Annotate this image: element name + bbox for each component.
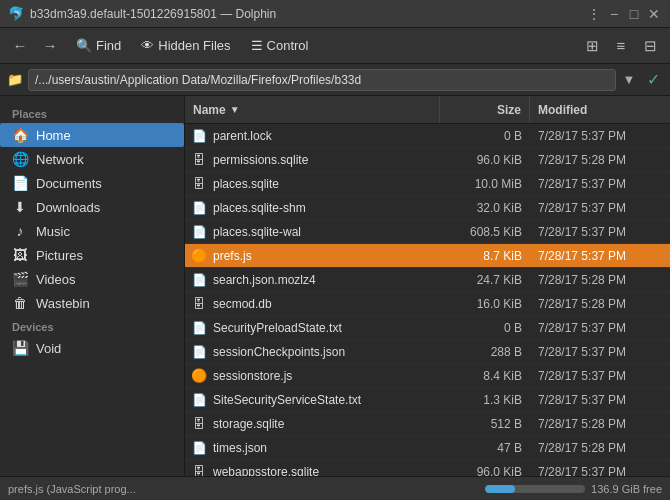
file-name: webappsstore.sqlite bbox=[213, 465, 319, 477]
storage-text: 136.9 GiB free bbox=[591, 483, 662, 495]
table-row[interactable]: 🟠 prefs.js 8.7 KiB 7/28/17 5:37 PM bbox=[185, 244, 670, 268]
table-row[interactable]: 🗄 webappsstore.sqlite 96.0 KiB 7/28/17 5… bbox=[185, 460, 670, 476]
view-details-button[interactable]: ⊟ bbox=[636, 32, 664, 60]
file-size: 512 B bbox=[440, 417, 530, 431]
file-type-icon: 🗄 bbox=[191, 464, 207, 477]
home-icon: 🏠 bbox=[12, 127, 28, 143]
folder-icon: 📁 bbox=[6, 71, 24, 89]
file-modified: 7/28/17 5:28 PM bbox=[530, 417, 670, 431]
modified-column-header[interactable]: Modified bbox=[530, 96, 670, 123]
titlebar: 🐬 b33dm3a9.default-1501226915801 — Dolph… bbox=[0, 0, 670, 28]
table-row[interactable]: 🗄 permissions.sqlite 96.0 KiB 7/28/17 5:… bbox=[185, 148, 670, 172]
sidebar-item-downloads[interactable]: ⬇ Downloads bbox=[0, 195, 184, 219]
file-modified: 7/28/17 5:37 PM bbox=[530, 225, 670, 239]
file-name: sessionstore.js bbox=[213, 369, 292, 383]
file-size: 96.0 KiB bbox=[440, 465, 530, 477]
file-type-icon: 📄 bbox=[191, 224, 207, 240]
file-type-icon: 📄 bbox=[191, 320, 207, 336]
file-name: sessionCheckpoints.json bbox=[213, 345, 345, 359]
table-row[interactable]: 📄 sessionCheckpoints.json 288 B 7/28/17 … bbox=[185, 340, 670, 364]
view-list-button[interactable]: ≡ bbox=[607, 32, 635, 60]
view-icons-button[interactable]: ⊞ bbox=[578, 32, 606, 60]
file-name-cell: 🟠 sessionstore.js bbox=[185, 368, 440, 384]
videos-icon: 🎬 bbox=[12, 271, 28, 287]
file-modified: 7/28/17 5:37 PM bbox=[530, 465, 670, 477]
table-row[interactable]: 📄 times.json 47 B 7/28/17 5:28 PM bbox=[185, 436, 670, 460]
file-modified: 7/28/17 5:37 PM bbox=[530, 129, 670, 143]
sidebar-item-videos[interactable]: 🎬 Videos bbox=[0, 267, 184, 291]
table-row[interactable]: 📄 SiteSecurityServiceState.txt 1.3 KiB 7… bbox=[185, 388, 670, 412]
sidebar-item-music[interactable]: ♪ Music bbox=[0, 219, 184, 243]
file-size: 0 B bbox=[440, 321, 530, 335]
pictures-icon: 🖼 bbox=[12, 247, 28, 263]
file-name: search.json.mozlz4 bbox=[213, 273, 316, 287]
find-icon: 🔍 bbox=[76, 38, 92, 53]
table-row[interactable]: 🗄 secmod.db 16.0 KiB 7/28/17 5:28 PM bbox=[185, 292, 670, 316]
file-name-cell: 📄 places.sqlite-shm bbox=[185, 200, 440, 216]
control-button[interactable]: ☰ Control bbox=[243, 34, 317, 57]
file-modified: 7/28/17 5:28 PM bbox=[530, 441, 670, 455]
sidebar: Places 🏠 Home 🌐 Network 📄 Documents ⬇ Do… bbox=[0, 96, 185, 476]
close-button[interactable]: ✕ bbox=[646, 6, 662, 22]
main-area: Places 🏠 Home 🌐 Network 📄 Documents ⬇ Do… bbox=[0, 96, 670, 476]
sidebar-item-documents[interactable]: 📄 Documents bbox=[0, 171, 184, 195]
table-row[interactable]: 🟠 sessionstore.js 8.4 KiB 7/28/17 5:37 P… bbox=[185, 364, 670, 388]
forward-button[interactable]: → bbox=[36, 32, 64, 60]
find-button[interactable]: 🔍 Find bbox=[68, 34, 129, 57]
address-input[interactable] bbox=[28, 69, 616, 91]
address-dropdown-button[interactable]: ▼ bbox=[620, 71, 638, 89]
hidden-files-button[interactable]: 👁 Hidden Files bbox=[133, 34, 238, 57]
file-size: 32.0 KiB bbox=[440, 201, 530, 215]
table-row[interactable]: 🗄 storage.sqlite 512 B 7/28/17 5:28 PM bbox=[185, 412, 670, 436]
size-column-header[interactable]: Size bbox=[440, 96, 530, 123]
nav-buttons: ← → bbox=[6, 32, 64, 60]
sidebar-item-wastebin[interactable]: 🗑 Wastebin bbox=[0, 291, 184, 315]
name-column-header[interactable]: Name ▼ bbox=[185, 96, 440, 123]
file-type-icon: 📄 bbox=[191, 272, 207, 288]
sidebar-item-pictures[interactable]: 🖼 Pictures bbox=[0, 243, 184, 267]
file-name: places.sqlite-shm bbox=[213, 201, 306, 215]
file-type-icon: 📄 bbox=[191, 200, 207, 216]
file-modified: 7/28/17 5:37 PM bbox=[530, 249, 670, 263]
file-size: 1.3 KiB bbox=[440, 393, 530, 407]
address-confirm-button[interactable]: ✓ bbox=[642, 69, 664, 91]
file-size: 16.0 KiB bbox=[440, 297, 530, 311]
file-name-cell: 🗄 storage.sqlite bbox=[185, 416, 440, 432]
storage-bar bbox=[485, 485, 585, 493]
file-name-cell: 🗄 permissions.sqlite bbox=[185, 152, 440, 168]
file-type-icon: 🟠 bbox=[191, 248, 207, 264]
menu-button[interactable]: ⋮ bbox=[586, 6, 602, 22]
table-row[interactable]: 📄 SecurityPreloadState.txt 0 B 7/28/17 5… bbox=[185, 316, 670, 340]
file-type-icon: 🗄 bbox=[191, 176, 207, 192]
file-type-icon: 🗄 bbox=[191, 416, 207, 432]
eye-icon: 👁 bbox=[141, 38, 154, 53]
table-row[interactable]: 🗄 places.sqlite 10.0 MiB 7/28/17 5:37 PM bbox=[185, 172, 670, 196]
statusbar-text: prefs.js (JavaScript prog... bbox=[8, 483, 485, 495]
sidebar-item-home[interactable]: 🏠 Home bbox=[0, 123, 184, 147]
file-type-icon: 🗄 bbox=[191, 152, 207, 168]
file-modified: 7/28/17 5:28 PM bbox=[530, 273, 670, 287]
file-size: 608.5 KiB bbox=[440, 225, 530, 239]
maximize-button[interactable]: □ bbox=[626, 6, 642, 22]
file-name-cell: 🗄 secmod.db bbox=[185, 296, 440, 312]
sidebar-item-network[interactable]: 🌐 Network bbox=[0, 147, 184, 171]
file-name: places.sqlite-wal bbox=[213, 225, 301, 239]
back-button[interactable]: ← bbox=[6, 32, 34, 60]
file-name: parent.lock bbox=[213, 129, 272, 143]
minimize-button[interactable]: − bbox=[606, 6, 622, 22]
file-modified: 7/28/17 5:37 PM bbox=[530, 201, 670, 215]
table-row[interactable]: 📄 parent.lock 0 B 7/28/17 5:37 PM bbox=[185, 124, 670, 148]
titlebar-left: 🐬 b33dm3a9.default-1501226915801 — Dolph… bbox=[8, 6, 276, 22]
statusbar: prefs.js (JavaScript prog... 136.9 GiB f… bbox=[0, 476, 670, 500]
table-row[interactable]: 📄 places.sqlite-shm 32.0 KiB 7/28/17 5:3… bbox=[185, 196, 670, 220]
table-row[interactable]: 📄 search.json.mozlz4 24.7 KiB 7/28/17 5:… bbox=[185, 268, 670, 292]
sidebar-item-void[interactable]: 💾 Void bbox=[0, 336, 184, 360]
file-name-cell: 🟠 prefs.js bbox=[185, 248, 440, 264]
file-name: SecurityPreloadState.txt bbox=[213, 321, 342, 335]
file-type-icon: 🟠 bbox=[191, 368, 207, 384]
file-name-cell: 📄 SecurityPreloadState.txt bbox=[185, 320, 440, 336]
table-row[interactable]: 📄 places.sqlite-wal 608.5 KiB 7/28/17 5:… bbox=[185, 220, 670, 244]
statusbar-right: 136.9 GiB free bbox=[485, 483, 662, 495]
places-section-title: Places bbox=[0, 102, 184, 123]
file-size: 96.0 KiB bbox=[440, 153, 530, 167]
